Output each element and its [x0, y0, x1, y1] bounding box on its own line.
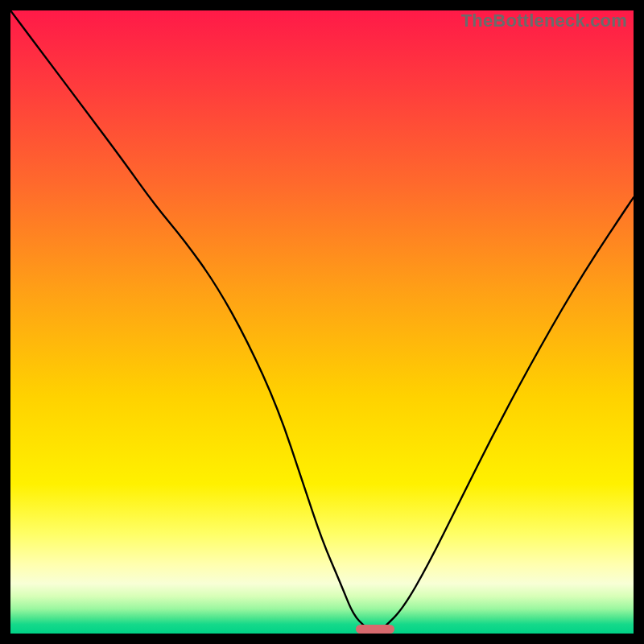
chart-frame: TheBottleneck.com — [0, 0, 644, 644]
bottleneck-curve — [10, 10, 634, 634]
plot-area: TheBottleneck.com — [10, 10, 634, 634]
optimal-marker — [356, 625, 394, 634]
